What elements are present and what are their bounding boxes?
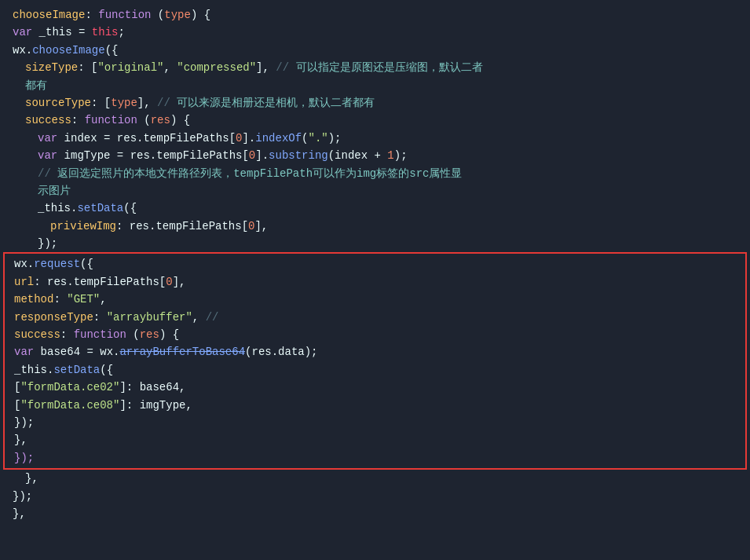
- highlighted-code-block: wx.request({ url: res.tempFilePaths[0], …: [3, 252, 747, 470]
- code-line-14: url: res.tempFilePaths[0],: [5, 273, 745, 291]
- code-line-18: var base64 = wx.arrayBufferToBase64(res.…: [5, 343, 745, 361]
- code-line-11: priviewImg: res.tempFilePaths[0],: [0, 218, 750, 235]
- code-line-5: sourceType: [type], // 可以来源是相册还是相机，默认二者都…: [0, 94, 750, 112]
- code-line-19: _this.setData({: [5, 361, 745, 379]
- code-editor: chooseImage: function (type) { var _this…: [0, 0, 750, 529]
- code-line-17: success: function (res) {: [5, 326, 745, 343]
- code-line-7: var index = res.tempFilePaths[0].indexOf…: [0, 130, 750, 147]
- code-line-10: _this.setData({: [0, 199, 750, 217]
- code-line-21: ["formData.ce08"]: imgType,: [5, 397, 745, 414]
- code-line-16: responseType: "arraybuffer", //: [5, 309, 745, 326]
- code-line-6: success: function (res) {: [0, 112, 750, 129]
- code-line-25: },: [0, 470, 750, 487]
- code-line-8: var imgType = res.tempFilePaths[0].subst…: [0, 147, 750, 164]
- code-line-12: });: [0, 235, 750, 252]
- code-line-2: var _this = this;: [0, 24, 750, 41]
- token-prop: chooseImage: [13, 6, 85, 24]
- code-line-22: });: [5, 414, 745, 431]
- code-line-27: },: [0, 505, 750, 522]
- code-line-13: wx.request({: [5, 255, 745, 273]
- code-line-23: },: [5, 431, 745, 448]
- code-line-1: chooseImage: function (type) {: [0, 6, 750, 24]
- code-line-4: sizeType: ["original", "compressed"], //…: [0, 59, 750, 76]
- code-line-15: method: "GET",: [5, 291, 745, 308]
- code-line-4b: 都有: [0, 77, 750, 94]
- code-line-26: });: [0, 488, 750, 505]
- code-line-24: });: [5, 449, 745, 467]
- code-line-20: ["formData.ce02"]: base64,: [5, 379, 745, 396]
- code-line-9b: 示图片: [0, 182, 750, 199]
- code-line-9: // 返回选定照片的本地文件路径列表，tempFilePath可以作为img标签…: [0, 165, 750, 182]
- code-line-3: wx.chooseImage({: [0, 42, 750, 59]
